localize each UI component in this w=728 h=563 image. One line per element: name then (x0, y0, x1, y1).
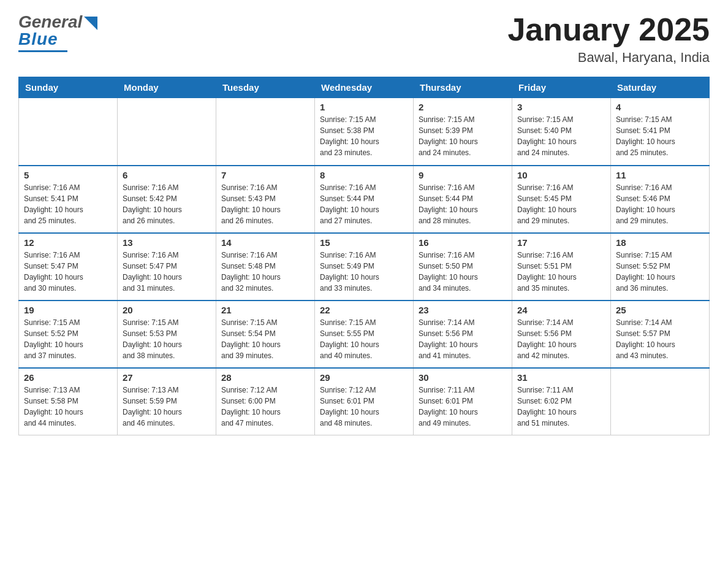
day-number: 22 (320, 305, 408, 315)
day-number: 29 (320, 372, 408, 383)
calendar-cell: 10Sunrise: 7:16 AM Sunset: 5:45 PM Dayli… (512, 166, 611, 233)
calendar-cell: 2Sunrise: 7:15 AM Sunset: 5:39 PM Daylig… (414, 98, 512, 166)
calendar-cell: 3Sunrise: 7:15 AM Sunset: 5:40 PM Daylig… (512, 98, 611, 166)
calendar-cell: 4Sunrise: 7:15 AM Sunset: 5:41 PM Daylig… (611, 98, 710, 166)
day-number: 28 (221, 372, 309, 383)
day-number: 5 (24, 170, 112, 180)
day-number: 18 (616, 237, 704, 248)
day-info: Sunrise: 7:16 AM Sunset: 5:41 PM Dayligh… (24, 182, 112, 226)
day-number: 20 (123, 305, 211, 315)
calendar-cell: 24Sunrise: 7:14 AM Sunset: 5:56 PM Dayli… (512, 301, 611, 368)
calendar-cell: 29Sunrise: 7:12 AM Sunset: 6:01 PM Dayli… (315, 368, 414, 435)
calendar-cell (19, 98, 118, 166)
calendar-cell: 28Sunrise: 7:12 AM Sunset: 6:00 PM Dayli… (216, 368, 315, 435)
calendar-cell (118, 98, 216, 166)
calendar-cell: 19Sunrise: 7:15 AM Sunset: 5:52 PM Dayli… (19, 301, 118, 368)
calendar-header-row: SundayMondayTuesdayWednesdayThursdayFrid… (19, 77, 710, 98)
day-number: 21 (221, 305, 309, 315)
day-info: Sunrise: 7:15 AM Sunset: 5:53 PM Dayligh… (123, 317, 211, 361)
col-header-sunday: Sunday (19, 77, 118, 98)
day-info: Sunrise: 7:16 AM Sunset: 5:46 PM Dayligh… (616, 182, 704, 226)
calendar-cell: 18Sunrise: 7:15 AM Sunset: 5:52 PM Dayli… (611, 233, 710, 301)
page-header: General Blue January 2025 Bawal, Haryana… (18, 12, 710, 66)
col-header-thursday: Thursday (414, 77, 512, 98)
calendar-cell: 20Sunrise: 7:15 AM Sunset: 5:53 PM Dayli… (118, 301, 216, 368)
day-info: Sunrise: 7:16 AM Sunset: 5:47 PM Dayligh… (123, 250, 211, 294)
calendar-cell: 27Sunrise: 7:13 AM Sunset: 5:59 PM Dayli… (118, 368, 216, 435)
calendar-week-row: 5Sunrise: 7:16 AM Sunset: 5:41 PM Daylig… (19, 166, 710, 233)
day-number: 9 (419, 170, 507, 180)
day-info: Sunrise: 7:14 AM Sunset: 5:56 PM Dayligh… (517, 317, 605, 361)
day-number: 31 (517, 372, 605, 383)
day-number: 11 (616, 170, 704, 180)
day-info: Sunrise: 7:16 AM Sunset: 5:48 PM Dayligh… (221, 250, 309, 294)
calendar-cell: 26Sunrise: 7:13 AM Sunset: 5:58 PM Dayli… (19, 368, 118, 435)
svg-marker-0 (84, 17, 97, 30)
calendar-cell: 7Sunrise: 7:16 AM Sunset: 5:43 PM Daylig… (216, 166, 315, 233)
calendar-cell: 30Sunrise: 7:11 AM Sunset: 6:01 PM Dayli… (414, 368, 512, 435)
calendar-week-row: 1Sunrise: 7:15 AM Sunset: 5:38 PM Daylig… (19, 98, 710, 166)
calendar-cell: 8Sunrise: 7:16 AM Sunset: 5:44 PM Daylig… (315, 166, 414, 233)
calendar-cell: 6Sunrise: 7:16 AM Sunset: 5:42 PM Daylig… (118, 166, 216, 233)
day-info: Sunrise: 7:13 AM Sunset: 5:58 PM Dayligh… (24, 385, 112, 429)
calendar-cell: 1Sunrise: 7:15 AM Sunset: 5:38 PM Daylig… (315, 98, 414, 166)
calendar-cell: 5Sunrise: 7:16 AM Sunset: 5:41 PM Daylig… (19, 166, 118, 233)
day-number: 30 (419, 372, 507, 383)
day-info: Sunrise: 7:13 AM Sunset: 5:59 PM Dayligh… (123, 385, 211, 429)
day-info: Sunrise: 7:16 AM Sunset: 5:45 PM Dayligh… (517, 182, 605, 226)
day-number: 25 (616, 305, 704, 315)
day-number: 10 (517, 170, 605, 180)
day-info: Sunrise: 7:15 AM Sunset: 5:52 PM Dayligh… (616, 250, 704, 294)
day-info: Sunrise: 7:16 AM Sunset: 5:43 PM Dayligh… (221, 182, 309, 226)
col-header-tuesday: Tuesday (216, 77, 315, 98)
day-info: Sunrise: 7:16 AM Sunset: 5:49 PM Dayligh… (320, 250, 408, 294)
day-info: Sunrise: 7:16 AM Sunset: 5:44 PM Dayligh… (320, 182, 408, 226)
day-info: Sunrise: 7:16 AM Sunset: 5:44 PM Dayligh… (419, 182, 507, 226)
day-info: Sunrise: 7:15 AM Sunset: 5:54 PM Dayligh… (221, 317, 309, 361)
calendar-cell: 23Sunrise: 7:14 AM Sunset: 5:56 PM Dayli… (414, 301, 512, 368)
day-number: 2 (419, 102, 507, 112)
calendar-cell: 25Sunrise: 7:14 AM Sunset: 5:57 PM Dayli… (611, 301, 710, 368)
day-number: 14 (221, 237, 309, 248)
day-number: 7 (221, 170, 309, 180)
day-info: Sunrise: 7:16 AM Sunset: 5:42 PM Dayligh… (123, 182, 211, 226)
day-number: 4 (616, 102, 704, 112)
calendar-cell: 16Sunrise: 7:16 AM Sunset: 5:50 PM Dayli… (414, 233, 512, 301)
calendar-cell: 12Sunrise: 7:16 AM Sunset: 5:47 PM Dayli… (19, 233, 118, 301)
col-header-saturday: Saturday (611, 77, 710, 98)
day-number: 26 (24, 372, 112, 383)
day-number: 17 (517, 237, 605, 248)
day-info: Sunrise: 7:11 AM Sunset: 6:02 PM Dayligh… (517, 385, 605, 429)
day-number: 23 (419, 305, 507, 315)
calendar-table: SundayMondayTuesdayWednesdayThursdayFrid… (18, 77, 710, 435)
day-number: 24 (517, 305, 605, 315)
col-header-wednesday: Wednesday (315, 77, 414, 98)
col-header-friday: Friday (512, 77, 611, 98)
day-info: Sunrise: 7:15 AM Sunset: 5:55 PM Dayligh… (320, 317, 408, 361)
day-info: Sunrise: 7:15 AM Sunset: 5:40 PM Dayligh… (517, 114, 605, 158)
logo-blue-text: Blue (18, 29, 58, 49)
calendar-week-row: 26Sunrise: 7:13 AM Sunset: 5:58 PM Dayli… (19, 368, 710, 435)
day-info: Sunrise: 7:14 AM Sunset: 5:57 PM Dayligh… (616, 317, 704, 361)
col-header-monday: Monday (118, 77, 216, 98)
day-info: Sunrise: 7:15 AM Sunset: 5:52 PM Dayligh… (24, 317, 112, 361)
day-number: 6 (123, 170, 211, 180)
day-number: 3 (517, 102, 605, 112)
calendar-cell: 17Sunrise: 7:16 AM Sunset: 5:51 PM Dayli… (512, 233, 611, 301)
calendar-cell: 13Sunrise: 7:16 AM Sunset: 5:47 PM Dayli… (118, 233, 216, 301)
day-info: Sunrise: 7:12 AM Sunset: 6:00 PM Dayligh… (221, 385, 309, 429)
calendar-cell: 11Sunrise: 7:16 AM Sunset: 5:46 PM Dayli… (611, 166, 710, 233)
day-number: 19 (24, 305, 112, 315)
title-block: January 2025 Bawal, Haryana, India (507, 12, 710, 66)
logo-triangle-icon (84, 17, 97, 30)
calendar-cell: 22Sunrise: 7:15 AM Sunset: 5:55 PM Dayli… (315, 301, 414, 368)
day-info: Sunrise: 7:15 AM Sunset: 5:39 PM Dayligh… (419, 114, 507, 158)
day-info: Sunrise: 7:16 AM Sunset: 5:47 PM Dayligh… (24, 250, 112, 294)
calendar-cell: 31Sunrise: 7:11 AM Sunset: 6:02 PM Dayli… (512, 368, 611, 435)
logo: General Blue (18, 12, 97, 52)
calendar-cell (216, 98, 315, 166)
day-number: 13 (123, 237, 211, 248)
day-number: 16 (419, 237, 507, 248)
calendar-cell: 15Sunrise: 7:16 AM Sunset: 5:49 PM Dayli… (315, 233, 414, 301)
day-number: 27 (123, 372, 211, 383)
